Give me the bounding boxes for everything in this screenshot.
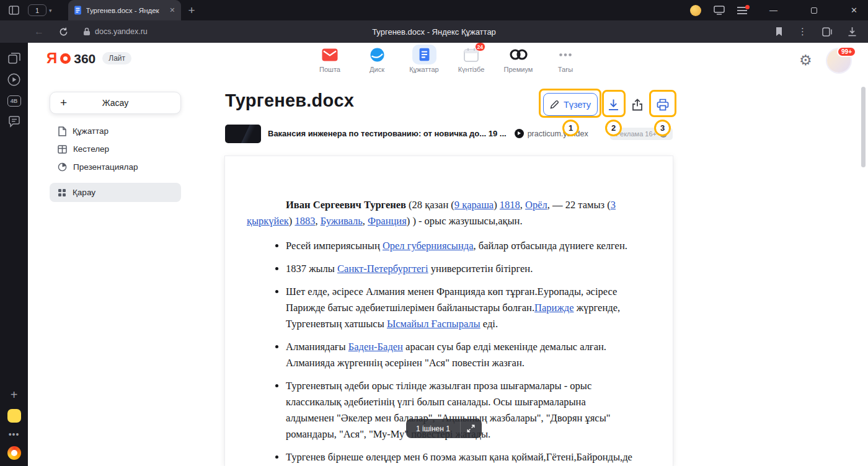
collections-icon[interactable] xyxy=(8,53,20,64)
extensions-menu-icon[interactable]: ⋮ xyxy=(798,26,807,37)
doc-link[interactable]: Франция xyxy=(368,215,407,227)
sidebar-item-label: Қарау xyxy=(73,188,95,197)
annotation-number-2: 2 xyxy=(605,120,622,136)
rail-bottom-icons: + ••• xyxy=(7,388,21,460)
bookmark-flag-icon[interactable] xyxy=(775,27,783,37)
avatar-notification-badge: 99+ xyxy=(837,46,856,57)
url-text[interactable]: docs.yandex.ru xyxy=(95,27,148,36)
site-info-chip[interactable]: docs.yandex.ru xyxy=(83,27,148,36)
share-button[interactable] xyxy=(625,92,650,116)
doc-link[interactable]: Парижде xyxy=(534,302,574,314)
download-button[interactable] xyxy=(601,92,626,116)
doc-bullet: Алманиядағы Баден-Баден арасан суы бар е… xyxy=(286,339,634,371)
rail-top-icons: 4B xyxy=(7,53,21,128)
doc-link[interactable]: Буживаль xyxy=(321,215,363,227)
table-icon xyxy=(58,145,67,154)
presentation-icon xyxy=(58,162,67,172)
doc-text: , байлар отбасында дүниеге келген. xyxy=(473,240,627,252)
ad-thumbnail xyxy=(225,125,261,143)
account-avatar[interactable]: 99+ xyxy=(827,49,851,73)
edit-button[interactable]: Түзету xyxy=(543,93,598,116)
doc-link[interactable]: 9 қараша xyxy=(454,199,494,211)
sidebar-item-documents[interactable]: Құжаттар xyxy=(50,122,181,140)
service-label: Диск xyxy=(370,66,384,73)
window-close-button[interactable]: ✕ xyxy=(840,0,868,20)
browser-side-rail: 4B + ••• xyxy=(0,43,28,466)
service-calendar[interactable]: 24 Күнтізбе xyxy=(451,45,492,78)
chat-icon[interactable] xyxy=(8,116,20,128)
ad-title[interactable]: Вакансия инженера по тестированию: от но… xyxy=(268,129,507,138)
tab-counter[interactable]: 1 xyxy=(28,4,46,16)
browser-tab[interactable]: Тургенев.docx - Яндек ✕ xyxy=(68,0,181,20)
logo-ring-icon xyxy=(60,53,71,64)
service-docs[interactable]: Құжаттар xyxy=(404,45,445,78)
create-button[interactable]: + Жасау xyxy=(50,92,181,114)
sidebar-item-label: Презентациялар xyxy=(73,162,138,172)
sidebar-item-tables[interactable]: Кестелер xyxy=(50,140,181,158)
scrollbar-thumb[interactable] xyxy=(861,87,866,167)
doc-link[interactable]: 1818 xyxy=(500,199,520,211)
rail-add-button[interactable]: + xyxy=(11,388,18,402)
minimize-button[interactable]: — xyxy=(760,0,787,20)
doc-bullet: Шет елде, әсіресе Алмания менен Францияд… xyxy=(286,284,634,332)
more-icon xyxy=(559,53,572,56)
service-label: Күнтізбе xyxy=(458,66,485,73)
video-play-icon[interactable] xyxy=(7,73,20,86)
mail-icon xyxy=(322,48,338,61)
doc-text: (28 қазан ( xyxy=(406,199,454,211)
rail-more-icon[interactable]: ••• xyxy=(9,429,20,439)
maximize-button[interactable] xyxy=(800,0,828,20)
refresh-button[interactable] xyxy=(59,27,68,37)
lock-icon xyxy=(83,27,91,36)
doc-text: ) ) - орыс жазушысы,ақын. xyxy=(407,215,523,227)
yandex-browser-logo-icon[interactable] xyxy=(7,446,21,460)
edit-button-label: Түзету xyxy=(564,100,591,110)
sidebar-item-presentations[interactable]: Презентациялар xyxy=(50,158,181,176)
ad-site: practicum.yandex xyxy=(528,130,588,138)
service-mail[interactable]: Пошта xyxy=(309,45,350,78)
document-icon xyxy=(58,126,66,136)
yandex-360-logo[interactable]: Я 360 Лайт xyxy=(46,51,131,66)
collections-panel-icon[interactable] xyxy=(822,27,833,37)
share-icon xyxy=(632,99,643,111)
doc-link[interactable]: Орел губерниясында xyxy=(383,240,474,252)
back-button-icon[interactable]: ← xyxy=(34,26,44,37)
downloads-icon[interactable] xyxy=(848,27,857,37)
doc-bullet: Ресей империясының Орел губерниясында, б… xyxy=(286,238,634,254)
docs-icon xyxy=(418,47,430,62)
print-button[interactable] xyxy=(650,92,675,116)
page-title: Тургенев.docx - Яндекс Құжаттар xyxy=(372,27,496,37)
service-premium[interactable]: Премиум xyxy=(498,45,539,78)
services-nav: Пошта Диск Құжаттар xyxy=(309,45,586,78)
document-title: Тургенев.docx xyxy=(225,90,354,111)
plan-badge: Лайт xyxy=(102,52,131,64)
tabbar-right-controls: — ✕ xyxy=(690,0,868,20)
doc-link[interactable]: Санкт-Петербургтегі xyxy=(337,263,428,275)
doc-link[interactable]: Ысмайыл Ғаспыралы xyxy=(387,318,480,330)
share-device-icon[interactable] xyxy=(714,6,725,15)
maximize-icon xyxy=(811,7,817,14)
yandex-messenger-icon[interactable] xyxy=(7,409,21,423)
fullscreen-button[interactable] xyxy=(461,419,482,438)
doc-link[interactable]: Орёл xyxy=(525,199,547,211)
pencil-icon xyxy=(550,100,559,109)
print-icon xyxy=(657,99,669,111)
browser-menu-button[interactable] xyxy=(737,7,747,14)
new-tab-button[interactable]: + xyxy=(188,4,195,17)
browser-tab-bar: 1 ▾ Тургенев.docx - Яндек ✕ + — ✕ xyxy=(0,0,868,20)
tab-close-icon[interactable]: ✕ xyxy=(169,6,175,14)
doc-link[interactable]: 1883 xyxy=(294,215,315,227)
service-more[interactable]: Тағы xyxy=(545,45,586,78)
sidebar-toggle-icon xyxy=(9,6,19,15)
sidebar-item-view[interactable]: Қарау xyxy=(50,183,181,202)
annotation-number-3: 3 xyxy=(654,120,671,136)
doc-paragraph: Иван Сергеевич Тургенев (28 қазан (9 қар… xyxy=(247,197,634,229)
service-disk[interactable]: Диск xyxy=(356,45,397,78)
sidebar-toggle-button[interactable] xyxy=(0,0,28,20)
browser-avatar-icon[interactable] xyxy=(690,5,701,16)
doc-link[interactable]: Баден-Баден xyxy=(348,341,403,353)
chevron-down-icon[interactable]: ▾ xyxy=(49,7,52,14)
service-label: Тағы xyxy=(558,66,573,73)
settings-gear-icon[interactable]: ⚙ xyxy=(799,52,812,69)
rail-badge-button[interactable]: 4B xyxy=(7,95,21,107)
